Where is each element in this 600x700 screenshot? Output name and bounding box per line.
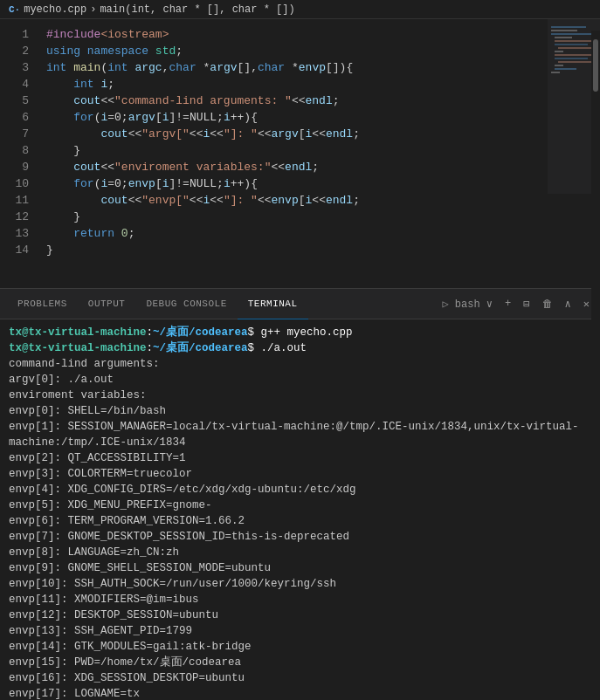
code-line-13: return 0;	[46, 225, 600, 242]
tab-terminal[interactable]: TERMINAL	[238, 289, 308, 319]
terminal-line: envp[17]: LOGNAME=tx	[9, 686, 591, 700]
tab-output[interactable]: OUTPUT	[78, 289, 136, 319]
code-line-8: }	[46, 142, 600, 159]
code-lines[interactable]: #include<iostream>using namespace std;in…	[39, 19, 600, 288]
line-number-7: 7	[0, 126, 29, 142]
code-line-3: int main(int argc,char *argv[],char *env…	[46, 59, 600, 76]
line-number-8: 8	[0, 142, 29, 159]
new-terminal-btn[interactable]: +	[501, 296, 514, 312]
bash-selector[interactable]: ▷ bash ∨	[438, 296, 496, 312]
svg-rect-8	[555, 51, 563, 52]
terminal-panel: PROBLEMSOUTPUTDEBUG CONSOLETERMINAL ▷ ba…	[0, 289, 600, 700]
code-line-2: using namespace std;	[46, 43, 600, 59]
code-line-7: cout<<"argv["<<i<<"]: "<<argv[i<<endl;	[46, 126, 600, 142]
breadcrumb-sep1: ›	[90, 3, 96, 16]
panel-tabs-right: ▷ bash ∨ + ⊟ 🗑 ∧ ✕	[438, 296, 593, 312]
file-type-icon: C·	[9, 4, 20, 15]
svg-rect-3	[551, 33, 595, 35]
terminal-line: envp[11]: XMODIFIERS=@im=ibus	[9, 592, 591, 607]
svg-rect-13	[555, 68, 576, 70]
breadcrumb-filename[interactable]: myecho.cpp	[24, 3, 86, 16]
tab-debug-console[interactable]: DEBUG CONSOLE	[135, 289, 237, 319]
line-number-9: 9	[0, 159, 29, 175]
breadcrumb-bar: C· myecho.cpp › main(int, char * [], cha…	[0, 0, 600, 19]
svg-rect-9	[555, 54, 591, 56]
terminal-line: envp[2]: QT_ACCESSIBILITY=1	[9, 450, 591, 466]
scrollbar[interactable]	[591, 31, 600, 700]
code-line-1: #include<iostream>	[46, 26, 600, 43]
terminal-line: envp[5]: XDG_MENU_PREFIX=gnome-	[9, 498, 591, 513]
code-line-11: cout<<"envp["<<i<<"]: "<<envp[i<<endl;	[46, 192, 600, 209]
line-number-13: 13	[0, 225, 29, 242]
code-line-4: int i;	[46, 76, 600, 93]
line-number-11: 11	[0, 192, 29, 209]
code-line-9: cout<<"enviroment variables:"<<endl;	[46, 159, 600, 175]
code-line-14: }	[46, 242, 600, 258]
code-line-12: }	[46, 209, 600, 225]
svg-rect-6	[555, 44, 588, 45]
terminal-line: envp[7]: GNOME_DESKTOP_SESSION_ID=this-i…	[9, 529, 591, 545]
maximize-panel-btn[interactable]: ∧	[562, 296, 575, 312]
svg-rect-14	[551, 72, 560, 73]
terminal-line: envp[1]: SESSION_MANAGER=local/tx-virtua…	[9, 419, 591, 450]
terminal-line: envp[16]: XDG_SESSION_DESKTOP=ubuntu	[9, 670, 591, 686]
svg-rect-4	[555, 37, 572, 38]
editor-area: 1234567891011121314 #include<iostream>us…	[0, 19, 600, 288]
terminal-line: tx@tx-virtual-machine:~/桌面/codearea$ ./a…	[9, 340, 591, 356]
svg-rect-5	[555, 40, 594, 42]
code-content[interactable]: 1234567891011121314 #include<iostream>us…	[0, 19, 600, 288]
line-number-1: 1	[0, 26, 29, 43]
terminal-line: envp[14]: GTK_MODULES=gail:atk-bridge	[9, 639, 591, 655]
tab-problems[interactable]: PROBLEMS	[7, 289, 78, 319]
svg-rect-1	[551, 26, 586, 28]
terminal-line: envp[6]: TERM_PROGRAM_VERSION=1.66.2	[9, 513, 591, 529]
svg-rect-10	[555, 58, 588, 59]
code-line-10: for(i=0;envp[i]!=NULL;i++){	[46, 175, 600, 192]
terminal-line: envp[15]: PWD=/home/tx/桌面/codearea	[9, 655, 591, 670]
terminal-line: envp[9]: GNOME_SHELL_SESSION_MODE=ubuntu	[9, 560, 591, 576]
panel-tabs: PROBLEMSOUTPUTDEBUG CONSOLETERMINAL ▷ ba…	[0, 289, 600, 319]
delete-terminal-btn[interactable]: 🗑	[539, 296, 556, 312]
terminal-line: envp[12]: DESKTOP_SESSION=ubuntu	[9, 607, 591, 623]
line-number-4: 4	[0, 76, 29, 93]
terminal-line: envp[0]: SHELL=/bin/bash	[9, 403, 591, 419]
code-line-6: for(i=0;argv[i]!=NULL;i++){	[46, 109, 600, 126]
line-number-3: 3	[0, 59, 29, 76]
split-terminal-btn[interactable]: ⊟	[520, 296, 533, 312]
terminal-line: envp[3]: COLORTERM=truecolor	[9, 466, 591, 482]
terminal-line: command-lind arguments:	[9, 356, 591, 372]
line-number-14: 14	[0, 242, 29, 258]
line-numbers: 1234567891011121314	[0, 19, 39, 288]
line-number-5: 5	[0, 93, 29, 109]
line-number-10: 10	[0, 175, 29, 192]
svg-rect-12	[555, 65, 563, 66]
line-number-12: 12	[0, 209, 29, 225]
line-number-2: 2	[0, 43, 29, 59]
line-number-6: 6	[0, 109, 29, 126]
code-line-5: cout<<"command-lind arguments: "<<endl;	[46, 93, 600, 109]
terminal-line: envp[8]: LANGUAGE=zh_CN:zh	[9, 545, 591, 560]
terminal-line: enviroment variables:	[9, 388, 591, 403]
terminal-content[interactable]: tx@tx-virtual-machine:~/桌面/codearea$ g++…	[0, 319, 600, 700]
scrollbar-thumb[interactable]	[593, 39, 598, 92]
breadcrumb-function: main(int, char * [], char * [])	[100, 3, 294, 16]
terminal-line: envp[4]: XDG_CONFIG_DIRS=/etc/xdg/xdg-ub…	[9, 482, 591, 498]
svg-rect-2	[551, 30, 577, 31]
terminal-line: envp[13]: SSH_AGENT_PID=1799	[9, 623, 591, 639]
terminal-line: envp[10]: SSH_AUTH_SOCK=/run/user/1000/k…	[9, 576, 591, 592]
terminal-line: tx@tx-virtual-machine:~/桌面/codearea$ g++…	[9, 325, 591, 340]
terminal-line: argv[0]: ./a.out	[9, 372, 591, 388]
